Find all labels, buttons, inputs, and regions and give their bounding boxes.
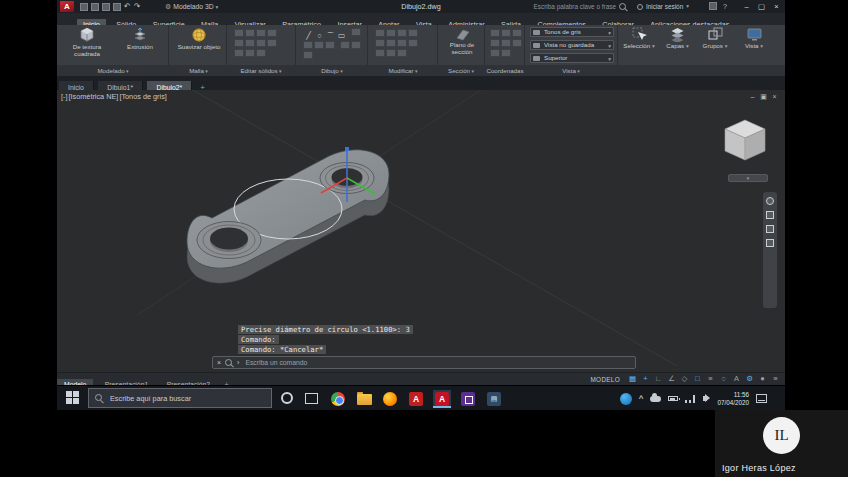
new-file-icon[interactable]	[80, 3, 88, 11]
panel-label-malla[interactable]: Malla	[172, 65, 225, 76]
close-icon[interactable]: ×	[769, 0, 784, 13]
tool-icon[interactable]	[375, 39, 385, 47]
navigation-bar[interactable]	[763, 192, 777, 308]
battery-icon[interactable]	[668, 396, 678, 401]
tray-chevron-up-icon[interactable]: ^	[639, 394, 644, 403]
isodraft-icon[interactable]: ◇	[679, 373, 690, 385]
onedrive-cloud-icon[interactable]	[650, 396, 661, 402]
visual-style-control[interactable]: [Tonos de gris]	[119, 92, 166, 101]
taskbar-app-acrobat[interactable]: A	[407, 390, 425, 408]
volume-icon[interactable]	[703, 396, 707, 401]
tool-icon[interactable]	[408, 39, 418, 47]
tool-icon[interactable]	[245, 39, 255, 47]
network-icon[interactable]	[685, 395, 696, 403]
start-button[interactable]	[66, 391, 79, 404]
taskbar-clock[interactable]: 11:56 07/04/2020	[717, 391, 749, 407]
left-hole[interactable]	[197, 222, 261, 259]
tool-icon[interactable]	[234, 29, 244, 37]
view-dropdown[interactable]: Vista no guardada	[530, 40, 614, 50]
viewcube[interactable]	[715, 112, 775, 172]
cortana-icon[interactable]	[281, 392, 293, 404]
tool-icon[interactable]	[397, 39, 407, 47]
workspace-gear-icon[interactable]: ⚙	[744, 373, 755, 385]
workspace-switcher[interactable]: ⚙Modelado 3D	[165, 2, 218, 11]
taskbar-search[interactable]	[88, 388, 272, 408]
tool-icon[interactable]	[375, 49, 385, 57]
tool-icon[interactable]	[256, 39, 266, 47]
open-file-icon[interactable]	[91, 3, 99, 11]
tool-icon[interactable]	[314, 41, 324, 49]
doc-minimize-icon[interactable]: –	[747, 91, 758, 102]
help-icon[interactable]: ?	[723, 2, 727, 11]
panel-label-dibujo[interactable]: Dibujo	[298, 65, 366, 76]
tool-icon[interactable]	[303, 41, 313, 49]
lineweight-icon[interactable]: ≡	[705, 373, 716, 385]
autocad-logo-icon[interactable]: A	[60, 1, 74, 12]
tool-icon[interactable]	[267, 39, 277, 47]
ucs-tool-icon[interactable]	[501, 39, 511, 47]
smooth-object-button[interactable]: Suavizar objeto	[174, 26, 224, 51]
tool-icon[interactable]	[397, 29, 407, 37]
tray-blue-circle-icon[interactable]	[620, 393, 632, 405]
tool-icon[interactable]	[325, 41, 335, 49]
3d-scene[interactable]	[57, 90, 785, 372]
vista-panel-button[interactable]: Vista	[736, 26, 772, 50]
command-close-icon[interactable]: ×	[217, 357, 221, 368]
rectangle-tool-icon[interactable]: ▭	[336, 31, 347, 40]
tool-icon[interactable]	[303, 51, 313, 59]
tool-icon[interactable]	[408, 29, 418, 37]
recent-commands-icon[interactable]	[225, 359, 233, 367]
tool-icon[interactable]	[351, 28, 361, 36]
taskbar-app-dwg[interactable]: ▤	[485, 390, 503, 408]
seleccion-panel-button[interactable]: Selección	[621, 26, 657, 50]
viewport-menu-control[interactable]: [-]	[61, 92, 68, 101]
grid-icon[interactable]: ▦	[627, 373, 638, 385]
ucs-tool-icon[interactable]	[512, 29, 522, 37]
viewcube-ucs-menu[interactable]: ▾	[728, 174, 768, 182]
capas-panel-button[interactable]: Capas	[661, 26, 694, 50]
ucs-orientation-dropdown[interactable]: Superior	[530, 53, 614, 63]
line-tool-icon[interactable]: ╱	[303, 31, 314, 40]
drawing-viewport[interactable]: [-][Isométrica NE][Tonos de gris] – ▣ ×	[57, 90, 785, 372]
tool-icon[interactable]	[267, 29, 277, 37]
osnap-icon[interactable]: □	[692, 373, 703, 385]
tool-icon[interactable]	[340, 41, 350, 49]
action-center-icon[interactable]	[756, 394, 767, 403]
snap-icon[interactable]: +	[640, 373, 651, 385]
polar-tracking-icon[interactable]: ∠	[666, 373, 677, 385]
gizmo-grip[interactable]	[345, 147, 349, 151]
tool-icon[interactable]	[234, 39, 244, 47]
plot-icon[interactable]	[113, 3, 121, 11]
extrude-button[interactable]: Extrusión	[117, 26, 163, 51]
ucs-tool-icon[interactable]	[501, 29, 511, 37]
taskbar-app-purple[interactable]	[459, 390, 477, 408]
tool-icon[interactable]	[386, 29, 396, 37]
tool-icon[interactable]	[386, 49, 396, 57]
tool-icon[interactable]	[351, 41, 361, 49]
redo-icon[interactable]: ↷	[134, 2, 141, 11]
customize-icon[interactable]: ≡	[770, 373, 781, 385]
panel-label-modelado[interactable]: Modelado	[71, 65, 155, 76]
zoom-icon[interactable]	[766, 225, 774, 233]
tool-icon[interactable]	[245, 29, 255, 37]
ortho-icon[interactable]: ∟	[653, 373, 664, 385]
ucs-tool-icon[interactable]	[490, 29, 500, 37]
panel-label-vista[interactable]: Vista	[527, 65, 615, 76]
search-icon[interactable]	[619, 3, 627, 11]
maximize-icon[interactable]: ▢	[754, 0, 769, 13]
taskbar-app-chrome[interactable]	[329, 390, 347, 408]
tool-icon[interactable]	[245, 49, 255, 57]
tool-icon[interactable]	[256, 29, 266, 37]
panel-label-coordenadas[interactable]: Coordenadas	[484, 65, 526, 76]
doc-restore-icon[interactable]: ▣	[758, 91, 769, 102]
panel-label-modificar[interactable]: Modificar	[370, 65, 436, 76]
taskbar-app-autocad[interactable]: A	[433, 390, 451, 408]
view-control[interactable]: [Isométrica NE]	[69, 92, 119, 101]
box-primitive-button[interactable]: De textura cuadrada	[63, 26, 111, 57]
grupos-panel-button[interactable]: Grupos	[698, 26, 732, 50]
pan-icon[interactable]	[766, 211, 774, 219]
section-plane-button[interactable]: Plano de sección	[441, 26, 483, 55]
ucs-tool-icon[interactable]	[512, 39, 522, 47]
visual-style-dropdown[interactable]: Tonos de gris	[530, 27, 614, 37]
annotation-scale-icon[interactable]: A	[731, 373, 742, 385]
